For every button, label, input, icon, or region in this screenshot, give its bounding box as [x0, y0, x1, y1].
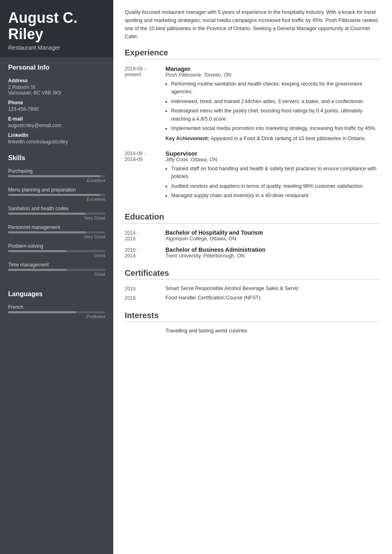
cert-2018-name: Food Handler Certification Course (NFST) — [165, 295, 381, 301]
skill-bar-fill — [8, 213, 86, 215]
skill-personnel: Personnel management Very Good — [8, 224, 105, 239]
experience-section: Experience 2018-09 -present Manager Posh… — [125, 48, 381, 202]
exp-manager-company: Posh Pâtisserie, Toronto, ON — [165, 72, 381, 78]
skill-bar-bg — [8, 269, 105, 271]
interests-heading: Interests — [125, 311, 381, 322]
exp-supervisor-date: 2016-08 -2018-09 — [125, 150, 165, 202]
lang-french: French Proficient — [8, 304, 105, 319]
skills-section: Skills Purchasing Excellent Menu plannin… — [0, 148, 113, 284]
languages-heading: Languages — [8, 290, 105, 299]
edu-business-date: 2010 -2014 — [125, 246, 165, 259]
name-block: August C. Riley Restaurant Manager — [0, 0, 113, 57]
interest-text: Travelling and tasting world cuisines — [125, 328, 381, 334]
skill-problem-solving: Problem-solving Good — [8, 243, 105, 258]
main-content: Quality-focused restaurant manager with … — [113, 0, 392, 554]
certificates-heading: Certificates — [125, 268, 381, 280]
bullet-item: Managed supply chain and inventory in a … — [171, 192, 381, 200]
interests-section: Interests Travelling and tasting world c… — [125, 311, 381, 334]
exp-supervisor-content: Supervisor Jiffy Cook, Ottawa, ON Traine… — [165, 150, 381, 202]
bullet-item: Performing routine sanitation and health… — [171, 80, 381, 96]
exp-supervisor-bullets: Trained staff on food handling and healt… — [165, 165, 381, 200]
cert-2019-date: 2019 — [125, 286, 165, 292]
exp-manager-role: Manager — [165, 65, 381, 72]
lang-bar-bg — [8, 311, 105, 313]
bullet-item: Trained staff on food handling and healt… — [171, 165, 381, 181]
cert-2018-date: 2018 — [125, 295, 165, 301]
job-title: Restaurant Manager — [8, 44, 105, 51]
cert-2019-name: Smart Serve Responsible Alcohol Beverage… — [165, 286, 381, 292]
cert-2018: 2018 Food Handler Certification Course (… — [125, 295, 381, 301]
exp-manager-achievement: Key Achievement: Appeared in a Food & Dr… — [165, 135, 381, 143]
full-name: August C. Riley — [8, 10, 105, 42]
exp-supervisor-company: Jiffy Cook, Ottawa, ON — [165, 157, 381, 163]
skill-time-management: Time management Good — [8, 262, 105, 277]
phone-value: 123-456-7890 — [8, 106, 105, 112]
exp-manager: 2018-09 -present Manager Posh Pâtisserie… — [125, 65, 381, 143]
skill-purchasing: Purchasing Excellent — [8, 168, 105, 183]
edu-hospitality: 2014 -2016 Bachelor of Hospitality and T… — [125, 229, 381, 242]
edu-hospitality-content: Bachelor of Hospitality and Tourism Algo… — [165, 229, 381, 242]
personal-info-heading: Personal Info — [8, 64, 105, 73]
edu-hospitality-degree: Bachelor of Hospitality and Tourism — [165, 229, 381, 236]
skill-bar-fill — [8, 194, 100, 196]
exp-supervisor: 2016-08 -2018-09 Supervisor Jiffy Cook, … — [125, 150, 381, 202]
edu-hospitality-school: Algonquin College, Ottawa, ON — [165, 236, 381, 242]
skill-menu-planning: Menu planning and preparation Excellent — [8, 187, 105, 202]
skill-bar-fill — [8, 250, 66, 252]
phone-label: Phone — [8, 100, 105, 106]
bullet-item: Implemented social media promotion into … — [171, 125, 381, 132]
bullet-item: Audited vendors and suppliers in terms o… — [171, 182, 381, 190]
sidebar: August C. Riley Restaurant Manager Perso… — [0, 0, 113, 554]
exp-manager-content: Manager Posh Pâtisserie, Toronto, ON Per… — [165, 65, 381, 143]
bullet-item: Redesigned menu with the pastry chef, bo… — [171, 107, 381, 123]
skill-bar-bg — [8, 194, 105, 196]
certificates-section: Certificates 2019 Smart Serve Responsibl… — [125, 268, 381, 301]
languages-section: Languages French Proficient — [0, 284, 113, 326]
education-heading: Education — [125, 212, 381, 224]
skills-heading: Skills — [8, 154, 105, 163]
linkedin-label: LinkedIn — [8, 132, 105, 138]
personal-info-section: Personal Info Address 2 Robson StVancouv… — [0, 57, 113, 148]
education-section: Education 2014 -2016 Bachelor of Hospita… — [125, 212, 381, 259]
cert-2019: 2019 Smart Serve Responsible Alcohol Bev… — [125, 286, 381, 292]
edu-business-school: Trent University, Peterborough, ON — [165, 253, 381, 259]
edu-business-content: Bachelor of Business Administration Tren… — [165, 246, 381, 259]
skill-bar-fill — [8, 175, 100, 177]
edu-hospitality-date: 2014 -2016 — [125, 229, 165, 242]
skill-sanitation: Sanitation and health codes Very Good — [8, 206, 105, 220]
skill-bar-bg — [8, 175, 105, 177]
skill-bar-bg — [8, 213, 105, 215]
edu-business-degree: Bachelor of Business Administration — [165, 246, 381, 253]
summary: Quality-focused restaurant manager with … — [125, 8, 381, 41]
experience-heading: Experience — [125, 48, 381, 59]
bullet-item: Interviewed, hired, and trained 2 kitche… — [171, 98, 381, 106]
email-value: augustcriley@email.com — [8, 123, 105, 128]
address-value: 2 Robson StVancouver, BC V6B 3K9 — [8, 84, 105, 96]
skill-bar-fill — [8, 231, 86, 233]
lang-bar-fill — [8, 311, 76, 313]
skill-bar-fill — [8, 269, 66, 271]
exp-manager-bullets: Performing routine sanitation and health… — [165, 80, 381, 132]
skill-bar-bg — [8, 231, 105, 233]
email-label: E-mail — [8, 116, 105, 122]
exp-supervisor-role: Supervisor — [165, 150, 381, 157]
address-label: Address — [8, 78, 105, 84]
exp-manager-date: 2018-09 -present — [125, 65, 165, 143]
edu-business: 2010 -2014 Bachelor of Business Administ… — [125, 246, 381, 259]
skill-bar-bg — [8, 250, 105, 252]
linkedin-value: linkedin.com/in/augustcriley — [8, 139, 105, 145]
